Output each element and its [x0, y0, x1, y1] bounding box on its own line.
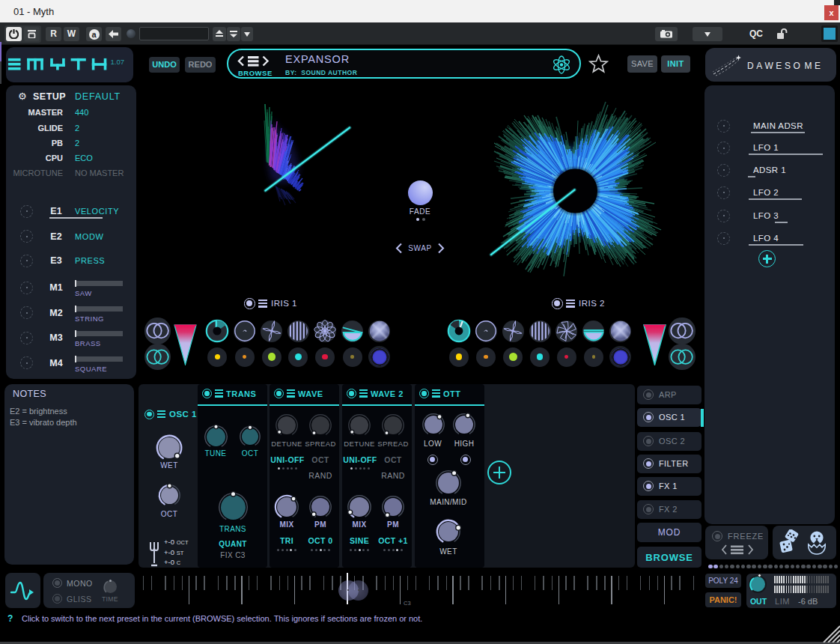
- svg-text:1.07: 1.07: [111, 58, 125, 66]
